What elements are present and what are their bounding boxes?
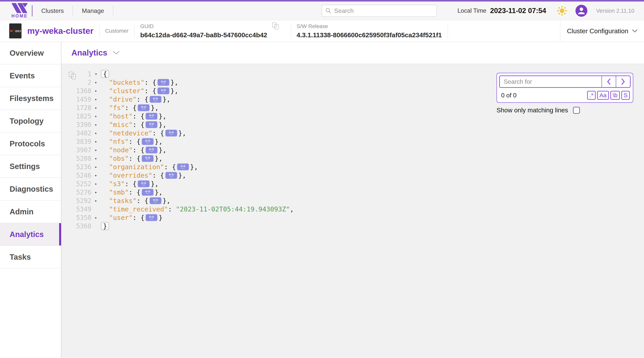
global-search-input[interactable] [334,7,433,14]
expand-arrow-icon[interactable]: ▸ [92,131,100,135]
expand-arrow-icon[interactable]: ▸ [92,80,100,84]
sw-release-label: S/W Release [297,23,442,30]
json-line-5350: 5350▸"user": {} [73,214,294,222]
json-line-5276: 5276▸"smb": {}, [73,188,294,196]
top-nav: HOME Clusters Manage Local Time 2023-11-… [0,2,644,20]
folded-content-icon [151,97,160,102]
sidebar-item-protocols[interactable]: Protocols [0,132,61,155]
fold-badge[interactable] [158,79,169,86]
fold-badge[interactable] [150,96,162,103]
sw-release-value: 4.3.1.11338-8066600c625950f3faf05ca234f5… [297,31,442,39]
home-label: HOME [12,14,28,19]
expand-arrow-icon[interactable]: ▸ [92,199,100,203]
collapse-arrow-icon[interactable]: ▾ [92,72,100,76]
user-avatar[interactable] [576,5,587,17]
expand-arrow-icon[interactable]: ▸ [92,174,100,178]
sidebar-item-overview[interactable]: Overview [0,42,61,64]
oci-logo-divider [14,28,14,34]
json-line-5360: 5360} [73,222,294,230]
fold-badge[interactable] [142,155,154,162]
find-toggles: .*Aa\bS [587,91,630,100]
find-prev-button[interactable] [602,76,616,87]
json-member: "tasks": {}, [100,197,170,204]
expand-arrow-icon[interactable]: ▸ [92,156,100,160]
weka-home-logo[interactable]: HOME [8,3,31,19]
find-input[interactable] [500,76,602,87]
nav-manage[interactable]: Manage [82,7,104,14]
fold-badge[interactable] [142,138,154,145]
fold-badge[interactable] [150,197,162,204]
fold-badge[interactable] [146,121,158,128]
expand-arrow-icon[interactable]: ▸ [92,140,100,144]
fold-badge[interactable] [146,214,158,221]
global-search[interactable] [322,4,437,17]
cluster-configuration-dropdown[interactable]: Cluster Configuration [560,20,644,42]
expand-arrow-icon[interactable]: ▸ [92,114,100,118]
line-number: 5236 [73,163,92,171]
fold-badge[interactable] [165,172,177,179]
json-line-1459: 1459▸"drive": {}, [73,95,294,104]
guid-label: GUID [140,23,267,30]
json-close-brace: } [100,222,109,230]
expand-arrow-icon[interactable]: ▸ [92,190,100,194]
sidebar-item-settings[interactable]: Settings [0,155,61,178]
fold-badge[interactable] [138,180,150,187]
section-title-dropdown[interactable]: Analytics [62,42,644,64]
show-only-checkbox[interactable] [573,107,580,114]
customer-block: Customer [105,28,128,34]
expand-arrow-icon[interactable]: ▸ [92,123,100,127]
fold-badge[interactable] [146,146,158,154]
sidebar-item-tasks[interactable]: Tasks [0,246,61,268]
header-divider [291,24,291,38]
find-toggle-regex[interactable]: .* [587,91,596,100]
find-input-group [499,76,630,88]
sidebar-item-admin[interactable]: Admin [0,200,61,223]
fold-badge[interactable] [146,113,158,120]
sidebar-item-analytics[interactable]: Analytics [0,223,61,246]
line-number: 1 [73,70,92,78]
fold-badge[interactable] [165,130,177,136]
cluster-configuration-label: Cluster Configuration [567,27,628,35]
expand-arrow-icon[interactable]: ▸ [92,106,100,110]
expand-arrow-icon[interactable]: ▸ [92,182,100,186]
fold-badge[interactable] [142,189,154,196]
folded-content-icon [147,215,156,220]
line-number: 5276 [73,188,92,196]
line-number: 3402 [73,130,92,137]
copy-guid-icon[interactable] [272,22,279,30]
chevron-right-icon [621,78,625,85]
expand-arrow-icon[interactable]: ▸ [92,216,100,220]
json-member: "node": {}, [100,146,166,154]
main-area: Analytics 1▾{2▸"buckets": {},1368▸"clust… [62,42,644,358]
fold-badge[interactable] [138,104,150,111]
find-next-button[interactable] [616,76,630,87]
json-line-2: 2▸"buckets": {}, [73,78,294,86]
expand-arrow-icon[interactable]: ▸ [92,148,100,152]
folded-content-icon [159,88,168,93]
local-time-value: 2023-11-02 07:54 [490,7,546,15]
find-toggle-word[interactable]: \b [610,91,620,100]
json-line-5349: 5349"time_received": "2023-11-02T05:44:1… [73,205,294,214]
expand-arrow-icon[interactable]: ▸ [92,165,100,169]
sidebar-item-topology[interactable]: Topology [0,110,61,132]
expand-arrow-icon[interactable]: ▸ [92,89,100,93]
json-open-brace: { [100,70,109,78]
sidebar-item-filesystems[interactable]: Filesystems [0,87,61,110]
sidebar-item-diagnostics[interactable]: Diagnostics [0,178,61,200]
find-toggle-selection[interactable]: S [621,91,630,100]
chevron-left-icon [607,78,611,85]
json-line-5292: 5292▸"tasks": {}, [73,196,294,205]
find-toggle-case[interactable]: Aa [597,91,609,100]
fold-badge[interactable] [158,88,169,94]
header-divider [99,24,100,38]
json-line-1728: 1728▸"fs": {}, [73,104,294,112]
theme-sun-icon[interactable] [557,6,567,16]
nav-clusters[interactable]: Clusters [41,7,64,14]
sidebar-item-events[interactable]: Events [0,64,61,87]
expand-arrow-icon[interactable]: ▸ [92,97,100,102]
folded-content-icon [147,114,156,119]
json-member: "buckets": {}, [100,78,178,86]
fold-badge[interactable] [177,164,189,170]
folded-content-icon [159,80,168,85]
oci-logo: OCI [9,24,22,38]
